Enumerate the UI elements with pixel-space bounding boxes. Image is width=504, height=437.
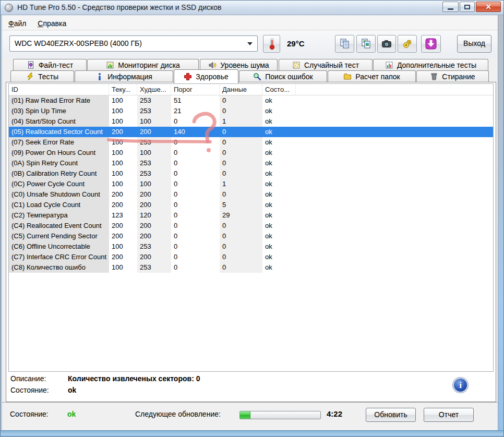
cell-status: ok (262, 200, 296, 210)
cell-current: 200 (109, 221, 137, 231)
cell-data: 0 (220, 231, 262, 241)
options-button[interactable] (398, 35, 417, 53)
tab-folder-usage[interactable]: Расчет папок (328, 70, 416, 82)
error-scan-icon (253, 72, 261, 81)
cell-worst: 100 (137, 179, 171, 189)
table-row[interactable]: (0B) Calibration Retry Count 100 253 0 0… (9, 168, 493, 179)
drive-select-dropdown[interactable]: WDC WD40EZRX-00SPEB0 (4000 ГБ) (9, 35, 258, 52)
save-graph-button[interactable] (421, 35, 441, 53)
minimize-button[interactable] (442, 2, 459, 12)
table-row[interactable]: (C1) Load Cycle Count 200 200 0 5 ok (9, 200, 493, 210)
table-row[interactable]: (09) Power On Hours Count 100 100 0 0 ok (9, 148, 493, 158)
tab-file-test[interactable]: Файл-тест (13, 59, 87, 70)
tab-disk-monitor[interactable]: Мониторинг диска (87, 59, 199, 70)
temperature-value: 29°C (287, 39, 305, 48)
maximize-icon (464, 5, 470, 9)
table-row[interactable]: (C2) Температура 123 120 0 29 ok (9, 210, 493, 221)
table-row[interactable]: (C7) Interface CRC Error Count 200 200 0… (9, 252, 493, 262)
table-row[interactable]: (C0) Unsafe Shutdown Count 200 200 0 0 o… (9, 189, 493, 200)
tab-extra-tests[interactable]: Дополнительные тесты (373, 59, 488, 70)
cell-attribute-id: (C1) Load Cycle Count (9, 200, 109, 210)
report-button[interactable]: Отчет (424, 408, 474, 422)
column-header-worst[interactable]: Худше... (137, 84, 171, 95)
close-button[interactable]: ✕ (476, 2, 501, 12)
cell-threshold: 0 (171, 241, 220, 252)
screenshot-button[interactable] (377, 35, 396, 53)
copy-image-button[interactable] (356, 35, 376, 53)
window-border-bottom (1, 430, 503, 436)
drive-select-value: WDC WD40EZRX-00SPEB0 (4000 ГБ) (15, 36, 142, 51)
cell-threshold: 0 (171, 210, 220, 221)
table-row[interactable]: (0A) Spin Retry Count 100 253 0 0 ok (9, 158, 493, 168)
cell-threshold: 0 (171, 200, 220, 210)
info-icon[interactable]: i (453, 378, 468, 393)
cell-current: 100 (109, 158, 137, 168)
column-header-status[interactable]: Состо... (262, 84, 296, 95)
tab-strip: Файл-тест Мониторинг диска Уровень шума … (1, 58, 498, 82)
table-row[interactable]: (07) Seek Error Rate 100 253 0 0 ok (9, 137, 493, 148)
refresh-button[interactable]: Обновить (366, 408, 416, 422)
window-border-left (1, 15, 2, 430)
cell-attribute-id: (03) Spin Up Time (9, 106, 109, 116)
table-row[interactable]: (C5) Current Pending Sector 200 200 0 0 … (9, 231, 493, 241)
table-header: ID Теку... Худше... Порог Данные Состо..… (9, 84, 493, 95)
cell-attribute-id: (0B) Calibration Retry Count (9, 168, 109, 179)
cell-data: 1 (220, 116, 262, 127)
copy-text-icon (339, 38, 351, 50)
column-header-id[interactable]: ID (9, 84, 109, 95)
close-icon: ✕ (485, 2, 491, 11)
maximize-button[interactable] (460, 2, 475, 12)
table-row[interactable]: (05) Reallocated Sector Count 200 200 14… (9, 127, 493, 137)
overall-status-value: ok (67, 410, 76, 418)
exit-button[interactable]: Выход (457, 35, 491, 53)
app-window: HD Tune Pro 5.50 - Средство проверки жес… (0, 0, 504, 437)
cell-worst: 100 (137, 116, 171, 127)
cell-worst: 253 (137, 106, 171, 116)
table-row[interactable]: (04) Start/Stop Count 100 100 0 1 ok (9, 116, 493, 127)
table-row[interactable]: (C6) Offline Uncorrectable 100 253 0 0 o… (9, 241, 493, 252)
tab-tests[interactable]: Тесты (10, 70, 74, 82)
cell-data: 5 (220, 200, 262, 210)
column-header-data[interactable]: Данные (220, 84, 262, 95)
cell-status: ok (262, 262, 296, 273)
tab-label: Мониторинг диска (118, 61, 180, 69)
cell-status: ok (262, 116, 296, 127)
cell-threshold: 0 (171, 137, 220, 148)
cell-data: 0 (220, 95, 262, 106)
cell-attribute-id: (0C) Power Cycle Count (9, 179, 109, 189)
tab-health[interactable]: Здоровье (174, 69, 238, 83)
random-test-icon (292, 61, 301, 69)
tab-noise-level[interactable]: Уровень шума (200, 59, 278, 70)
cell-attribute-id: (09) Power On Hours Count (9, 148, 109, 158)
column-header-current[interactable]: Теку... (109, 84, 137, 95)
table-row[interactable]: (C4) Reallocated Event Count 200 200 0 0… (9, 221, 493, 231)
cell-worst: 200 (137, 127, 171, 137)
table-row[interactable]: (0C) Power Cycle Count 100 100 0 1 ok (9, 179, 493, 189)
tab-error-scan[interactable]: Поиск ошибок (239, 70, 327, 82)
menu-help[interactable]: Справка (34, 16, 73, 29)
cell-threshold: 21 (171, 106, 220, 116)
tab-label: Поиск ошибок (265, 72, 313, 81)
erase-icon (430, 72, 438, 81)
cell-data: 0 (220, 106, 262, 116)
cell-status: ok (262, 137, 296, 148)
menu-file[interactable]: Файл (5, 16, 32, 29)
cell-worst: 100 (137, 148, 171, 158)
cell-attribute-id: (C5) Current Pending Sector (9, 231, 109, 241)
cell-current: 100 (109, 168, 137, 179)
column-header-threshold[interactable]: Порог (171, 84, 220, 95)
tab-information[interactable]: Информация (75, 70, 173, 82)
temperature-button[interactable] (263, 35, 280, 53)
status-bar: Состояние: ok Следующее обновление: 4:22… (2, 403, 498, 431)
overall-status-label: Состояние: (10, 410, 49, 418)
cell-attribute-id: (01) Raw Read Error Rate (9, 95, 109, 106)
copy-text-button[interactable] (335, 35, 354, 53)
table-row[interactable]: (03) Spin Up Time 100 253 21 0 ok (9, 106, 493, 116)
tab-erase[interactable]: Стирание (416, 70, 489, 82)
table-row[interactable]: (C8) Количество ошибо 100 253 0 0 ok (9, 262, 493, 273)
cell-status: ok (262, 210, 296, 221)
table-row[interactable]: (01) Raw Read Error Rate 100 253 51 0 ok (9, 95, 493, 106)
tab-label: Стирание (442, 72, 475, 81)
tab-random-test[interactable]: Случайный тест (279, 59, 373, 70)
cell-current: 100 (109, 137, 137, 148)
